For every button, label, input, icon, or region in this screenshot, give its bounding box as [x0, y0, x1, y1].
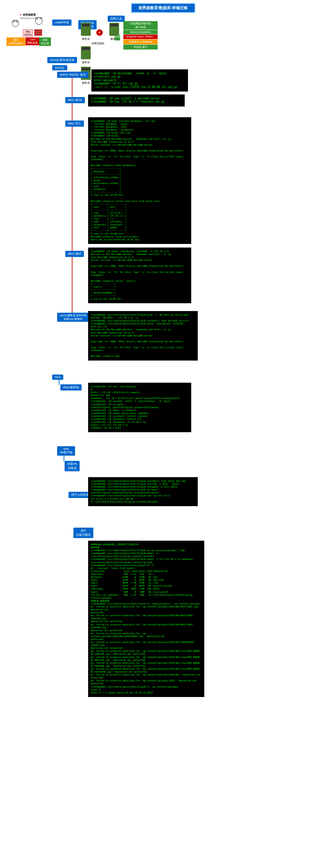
cache-node: 缓存 (浏览器缓存)	[6, 37, 25, 46]
server-icon-1: 服务器	[81, 23, 91, 41]
terminal-test: [root@db01 ~]# mysql -uwordpress -p12345…	[88, 248, 191, 303]
backend-label: 后勤人员	[108, 16, 125, 22]
wall-icon	[34, 29, 42, 36]
terminal-import: [root@db01 ~]# grep 'Current Database:' …	[88, 117, 191, 244]
svg-point-3	[35, 17, 43, 24]
db01-pull-box: db01-推/拉	[65, 97, 85, 103]
switch-icon: ⇄	[96, 29, 103, 36]
mount-check-box: 挂载nfs 前检查	[64, 461, 80, 471]
terminal-check: [root@web01 /usr/share/nginx/html/blog]#…	[88, 477, 198, 506]
terminal-backup: root@web01 ~]# mysqldump -uroot -p -A |g…	[91, 69, 188, 92]
net-node: 网络 80/443	[23, 29, 33, 37]
terminal-nfs: [root@nfs01 ~]# cat /etc/exports # #/nfs…	[88, 383, 191, 432]
bear-icon-1	[11, 20, 19, 28]
brand-logo: ▼ 老男孩教育 oldboyedu.com	[20, 13, 36, 20]
storage-icon: 存储	[115, 35, 120, 40]
mysql-box: MySQL	[52, 65, 67, 70]
green-node: 绿色 的火球	[39, 37, 51, 46]
page-title: 老男孩教育-数据库-存储迁移	[131, 3, 195, 13]
server-icon-3: 服务器	[81, 46, 91, 64]
mysql-migrate-box: MySQL和存储迁移	[47, 57, 77, 63]
cdn-node: CDN 网站加速	[25, 37, 40, 45]
web01-backup-box: web01-MySQL 备份	[57, 72, 88, 78]
web-client-box: web nfs客户端	[57, 446, 75, 456]
terminal-mount: ###备份好 web服务器上 原有用户上传的文件 ###挂载 [root@web…	[88, 541, 204, 697]
terminal-conn: [root@web01 /usr/share/nginx/html/blog]#…	[88, 311, 198, 361]
nfs01-box: nfs01服务端	[60, 384, 82, 391]
db01-import-box: db01-导入	[65, 121, 84, 127]
mount-test-box: 进行 挂载与测试	[74, 528, 93, 538]
bear-icon-2	[34, 16, 44, 26]
terminal-pull: [root@db01 ~]# yum install -y mariadb-se…	[88, 94, 185, 106]
svg-point-0	[12, 20, 19, 27]
lnmp-node: LNMP环境	[52, 20, 72, 26]
db01-test-box: db01-测试	[65, 251, 84, 257]
switch-label: 内网交换机	[91, 42, 104, 45]
db-info-group: 存放网站博客内容 账户信息 MySQL(MariaDB) MongoDB Ora…	[124, 21, 158, 50]
nfs-box: NFS	[52, 375, 63, 380]
web01-conn-box: web01服务器 程序代码 连接db01数据库	[57, 313, 89, 322]
